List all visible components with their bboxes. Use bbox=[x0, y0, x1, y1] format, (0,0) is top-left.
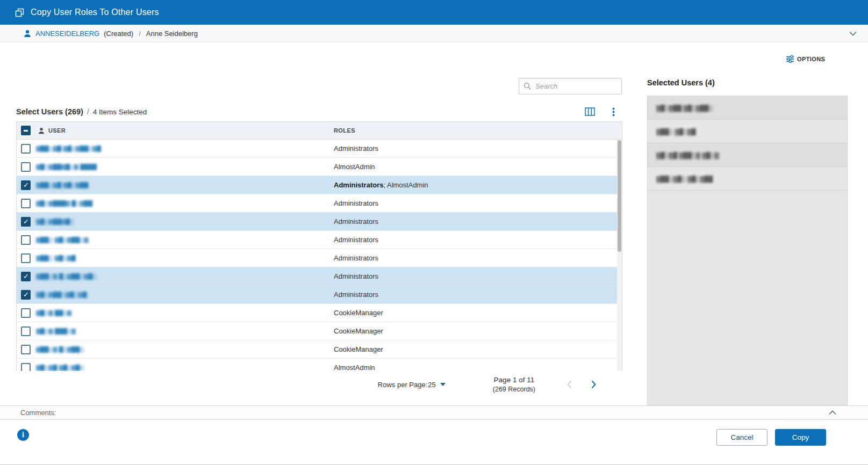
comments-label: Comments: bbox=[20, 409, 56, 417]
caption-separator: / bbox=[87, 107, 89, 116]
user-roles: AlmostAdmin bbox=[334, 163, 622, 171]
row-checkbox[interactable] bbox=[21, 272, 31, 281]
breadcrumb-user-link[interactable]: ANNESEIDELBERG bbox=[35, 30, 99, 38]
table-row[interactable]: ▓█▒▓███▓ █▒▓██Administrators bbox=[17, 194, 622, 213]
rows-per-page-value: 25 bbox=[428, 381, 435, 389]
row-checkbox[interactable] bbox=[21, 326, 31, 336]
user-column-header: USER bbox=[48, 127, 66, 134]
user-roles: AlmostAdmin bbox=[334, 364, 622, 371]
roles-column-header: ROLES bbox=[334, 127, 622, 134]
table-row[interactable]: ▓██▒▓█ ▓█▒▓██▒▓█Administrators bbox=[17, 140, 622, 158]
row-checkbox[interactable] bbox=[21, 199, 31, 208]
rows-per-page-label: Rows per Page: bbox=[378, 381, 428, 389]
previous-page-chevron-icon[interactable] bbox=[566, 380, 572, 389]
table-row[interactable]: ▓█▒▓█ ▓█▒▓█▒AlmostAdmin bbox=[17, 359, 622, 371]
comments-bar: Comments: bbox=[0, 405, 868, 420]
breadcrumb-status: (Created) bbox=[104, 30, 133, 38]
user-name-link[interactable]: ▓██▒▓█ ▓█▒▓██▒▓█ bbox=[36, 146, 334, 152]
row-checkbox[interactable] bbox=[21, 217, 31, 227]
table-row[interactable]: ▓██▒ ▓█▒▓█Administrators bbox=[17, 249, 622, 267]
user-name-link[interactable]: ▓██▒▓ █▒▓██▒ bbox=[36, 346, 334, 353]
selected-user-item[interactable]: ▓██▒ ▓█▒▓█ bbox=[648, 120, 847, 143]
more-options-kebab-icon[interactable] bbox=[612, 107, 615, 117]
row-checkbox[interactable] bbox=[21, 253, 31, 263]
table-header-row: USER ROLES bbox=[17, 122, 622, 140]
select-all-checkbox[interactable] bbox=[21, 126, 31, 135]
copy-button[interactable]: Copy bbox=[775, 429, 826, 446]
table-row[interactable]: ▓█▒▓ ███▒▓CookieManager bbox=[17, 322, 622, 340]
user-name-link[interactable]: ▓██▒ ▓█▒▓██▒▓ bbox=[36, 237, 334, 243]
select-users-title: Select Users (269) bbox=[16, 107, 83, 116]
scrollbar-thumb[interactable] bbox=[618, 140, 621, 252]
options-button[interactable]: OPTIONS bbox=[786, 55, 825, 63]
user-roles: Administrators bbox=[334, 199, 622, 207]
items-selected-count: 4 Items Selected bbox=[93, 108, 147, 116]
user-name-link[interactable]: ▓██▒▓ █▒▓██▒▓█▒ bbox=[36, 273, 334, 280]
options-filter-icon bbox=[786, 55, 794, 63]
table-scrollbar bbox=[617, 140, 622, 371]
page-title: Copy User Roles To Other Users bbox=[31, 8, 159, 17]
user-name-link[interactable]: ▓█▒▓██▓█▒ bbox=[36, 219, 334, 225]
user-name-link[interactable]: ▓██▒ ▓█▒▓█ bbox=[36, 255, 334, 261]
row-checkbox[interactable] bbox=[21, 162, 31, 172]
breadcrumb-user-name: Anne Seidelberg bbox=[146, 30, 198, 38]
page-info: Page 1 of 11 bbox=[493, 376, 535, 384]
selected-users-list: ▓█▒▓██ ▓█▒▓██▒▓██▒ ▓█▒▓█▓█▒▓█ ▓██▒▓ ▓█▒▓… bbox=[648, 96, 847, 191]
user-name-link[interactable]: ▓█▒▓███▓ █▒▓██ bbox=[36, 200, 334, 207]
user-table-body: ▓██▒▓█ ▓█▒▓██▒▓█Administrators▓█▒▓██▓█▒▓… bbox=[17, 140, 622, 371]
table-row[interactable]: ▓█▒▓██▓█▒▓ ████AlmostAdmin bbox=[17, 158, 622, 176]
user-name-link[interactable]: ▓█▒▓██▓█▒▓ ████ bbox=[36, 164, 334, 170]
row-checkbox[interactable] bbox=[21, 345, 31, 354]
table-row[interactable]: ▓█▒▓██▓█▒Administrators bbox=[17, 213, 622, 231]
row-checkbox[interactable] bbox=[21, 290, 31, 300]
page-info-block: Page 1 of 11 (269 Records) bbox=[493, 376, 535, 393]
search-icon bbox=[523, 82, 532, 90]
user-column-icon bbox=[38, 127, 45, 134]
user-roles: Administrators; AlmostAdmin bbox=[334, 181, 622, 189]
search-input[interactable] bbox=[535, 82, 617, 90]
user-roles: CookieManager bbox=[334, 345, 622, 353]
table-row[interactable]: ▓██▒▓ █▒▓██▒CookieManager bbox=[17, 340, 622, 359]
column-chooser-icon[interactable] bbox=[585, 107, 595, 116]
user-roles: Administrators bbox=[334, 144, 622, 152]
table-row[interactable]: ▓█▒▓ ██▒▓CookieManager bbox=[17, 304, 622, 322]
records-info: (269 Records) bbox=[493, 386, 535, 393]
user-name-link[interactable]: ▓█▒▓ ██▒▓ bbox=[36, 310, 334, 316]
copy-user-roles-dialog: Copy User Roles To Other Users ANNESEIDE… bbox=[0, 0, 868, 465]
user-roles: Administrators bbox=[334, 254, 622, 262]
user-name-link[interactable]: ▓█▒▓ ███▒▓ bbox=[36, 328, 334, 335]
pagination: Rows per Page:25 Page 1 of 11 (269 Recor… bbox=[16, 370, 622, 398]
selected-users-title: Selected Users (4) bbox=[647, 78, 715, 87]
row-checkbox[interactable] bbox=[21, 235, 31, 245]
table-caption: Select Users (269) / 4 Items Selected bbox=[16, 105, 622, 119]
table-row[interactable]: ▓██▒▓█ ▓█▒▓██Administrators; AlmostAdmin bbox=[17, 176, 622, 194]
table-row[interactable]: ▓██▒▓ █▒▓██▒▓█▒Administrators bbox=[17, 267, 622, 286]
user-name-link[interactable]: ▓██▒▓█ ▓█▒▓██ bbox=[36, 182, 334, 188]
next-page-chevron-icon[interactable] bbox=[591, 380, 597, 389]
titlebar: Copy User Roles To Other Users bbox=[0, 0, 868, 25]
breadcrumb: ANNESEIDELBERG (Created) / Anne Seidelbe… bbox=[0, 25, 868, 42]
row-checkbox[interactable] bbox=[21, 144, 31, 154]
collapse-chevron-down-icon[interactable] bbox=[849, 31, 857, 37]
selected-user-item[interactable]: ▓█▒▓█ ▓██▒▓ ▓█▒▓ bbox=[648, 143, 847, 167]
user-name-link[interactable]: ▓█▒▓██▒▓█▒▓█ bbox=[36, 292, 334, 298]
selected-user-item[interactable]: ▓██▒▓█▒ ▓█▒▓██ bbox=[648, 167, 847, 191]
comments-collapse-chevron-up-icon[interactable] bbox=[828, 410, 837, 416]
table-row[interactable]: ▓██▒ ▓█▒▓██▒▓Administrators bbox=[17, 231, 622, 249]
user-roles: CookieManager bbox=[334, 309, 622, 317]
cancel-button[interactable]: Cancel bbox=[716, 429, 767, 446]
selected-user-item[interactable]: ▓█▒▓██ ▓█▒▓██▒ bbox=[648, 96, 847, 120]
user-roles: CookieManager bbox=[334, 327, 622, 335]
row-checkbox[interactable] bbox=[21, 180, 31, 190]
dropdown-arrow-icon bbox=[440, 383, 446, 386]
table-row[interactable]: ▓█▒▓██▒▓█▒▓█Administrators bbox=[17, 286, 622, 304]
options-label: OPTIONS bbox=[797, 56, 825, 62]
user-name-link[interactable]: ▓█▒▓█ ▓█▒▓█▒ bbox=[36, 365, 334, 371]
info-icon[interactable]: i bbox=[17, 429, 29, 441]
rows-per-page-dropdown[interactable]: Rows per Page:25 bbox=[378, 381, 446, 389]
row-checkbox[interactable] bbox=[21, 363, 31, 372]
user-icon bbox=[24, 30, 31, 38]
search-box bbox=[519, 78, 622, 95]
row-checkbox[interactable] bbox=[21, 308, 31, 318]
user-roles: Administrators bbox=[334, 290, 622, 299]
